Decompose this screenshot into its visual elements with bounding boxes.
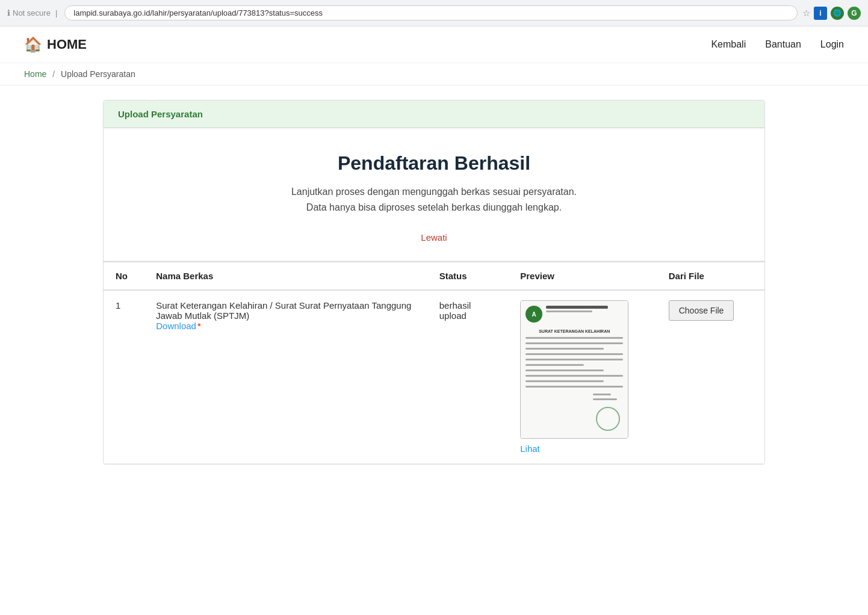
- doc-title-line1: [546, 306, 607, 309]
- success-title: Pendaftaran Berhasil: [118, 152, 750, 175]
- browser-bar: ℹ Not secure | lampid.surabaya.go.id/lah…: [0, 0, 868, 26]
- doc-signature-area: [525, 394, 623, 431]
- card-header-title: Upload Persyaratan: [118, 109, 203, 119]
- breadcrumb-home[interactable]: Home: [24, 69, 46, 79]
- preview-image-container: A SURAT KETERANGAN KELAHIRAN: [520, 300, 628, 439]
- brand-label: HOME: [47, 37, 87, 52]
- download-link[interactable]: Download: [156, 321, 196, 331]
- nav-login[interactable]: Login: [820, 39, 844, 50]
- required-star: *: [197, 321, 201, 331]
- cell-dari-file: Choose File: [657, 290, 764, 464]
- doc-content-line4: [525, 353, 623, 355]
- brand[interactable]: 🏠 HOME: [24, 36, 87, 53]
- doc-content-line5: [525, 359, 623, 360]
- security-indicator: ℹ Not secure |: [7, 8, 60, 17]
- breadcrumb-separator: /: [52, 69, 55, 79]
- cell-preview: A SURAT KETERANGAN KELAHIRAN: [508, 290, 656, 464]
- choose-file-button[interactable]: Choose File: [669, 300, 734, 321]
- lewati-link[interactable]: Lewati: [421, 232, 447, 243]
- bookmark-icon[interactable]: ☆: [802, 8, 810, 19]
- doc-content-line7: [525, 369, 604, 371]
- col-header-preview: Preview: [508, 262, 656, 290]
- cell-nama: Surat Keterangan Kelahiran / Surat Surat…: [144, 290, 427, 464]
- security-icon: ℹ: [7, 8, 10, 17]
- subtitle-line1: Lanjutkan proses dengan mengunggah berka…: [118, 187, 750, 197]
- home-icon: 🏠: [24, 36, 42, 53]
- doc-sig-line1: [593, 394, 611, 395]
- doc-content-line10: [525, 386, 623, 388]
- doc-stamp: [596, 407, 620, 431]
- browser-icons: ☆ i 🌐 G: [802, 7, 861, 20]
- col-header-dari: Dari File: [657, 262, 764, 290]
- card-header: Upload Persyaratan: [104, 100, 764, 128]
- requirements-table: No Nama Berkas Status Preview Dari File …: [104, 261, 764, 464]
- doc-content-line8: [525, 375, 623, 377]
- navbar: 🏠 HOME Kembali Bantuan Login: [0, 26, 868, 63]
- nav-kembali[interactable]: Kembali: [711, 39, 746, 50]
- success-section: Pendaftaran Berhasil Lanjutkan proses de…: [104, 128, 764, 261]
- main-card: Upload Persyaratan Pendaftaran Berhasil …: [103, 100, 765, 465]
- doc-signature-lines: [593, 394, 623, 431]
- doc-content-line1: [525, 337, 623, 339]
- table-row: 1 Surat Keterangan Kelahiran / Surat Sur…: [104, 290, 764, 464]
- doc-content-line3: [525, 348, 604, 350]
- nav-bantuan[interactable]: Bantuan: [765, 39, 801, 50]
- cell-status: berhasil upload: [427, 290, 508, 464]
- extension-icon-green[interactable]: 🌐: [831, 7, 844, 20]
- col-header-nama: Nama Berkas: [144, 262, 427, 290]
- doc-logo-icon: A: [525, 306, 542, 323]
- cell-no: 1: [104, 290, 144, 464]
- doc-section-title: SURAT KETERANGAN KELAHIRAN: [525, 329, 623, 333]
- breadcrumb-current: Upload Persyaratan: [61, 69, 135, 79]
- extension-icon-blue[interactable]: i: [814, 7, 827, 20]
- security-label: Not secure: [13, 8, 51, 17]
- doc-sig-line2: [593, 398, 617, 400]
- subtitle-line2: Data hanya bisa diproses setelah berkas …: [118, 202, 750, 213]
- col-header-status: Status: [427, 262, 508, 290]
- doc-content-line2: [525, 342, 623, 344]
- breadcrumb: Home / Upload Persyaratan: [0, 63, 868, 85]
- doc-title-line2: [546, 311, 592, 312]
- table-section: No Nama Berkas Status Preview Dari File …: [104, 261, 764, 464]
- extension-icon-circle[interactable]: G: [848, 7, 861, 20]
- url-bar[interactable]: lampid.surabaya.go.id/lahir/persyaratan/…: [64, 5, 798, 20]
- lihat-link[interactable]: Lihat: [520, 443, 644, 454]
- doc-content-line9: [525, 380, 604, 382]
- doc-content-line6: [525, 364, 584, 366]
- doc-content: [525, 337, 623, 389]
- table-header-row: No Nama Berkas Status Preview Dari File: [104, 262, 764, 290]
- document-preview: A SURAT KETERANGAN KELAHIRAN: [521, 301, 628, 438]
- doc-header: A: [525, 306, 623, 323]
- nav-links: Kembali Bantuan Login: [711, 39, 844, 50]
- doc-title-block: [546, 306, 623, 314]
- url-text: lampid.surabaya.go.id/lahir/persyaratan/…: [73, 8, 789, 17]
- col-header-no: No: [104, 262, 144, 290]
- berkas-name: Surat Keterangan Kelahiran / Surat Surat…: [156, 300, 411, 321]
